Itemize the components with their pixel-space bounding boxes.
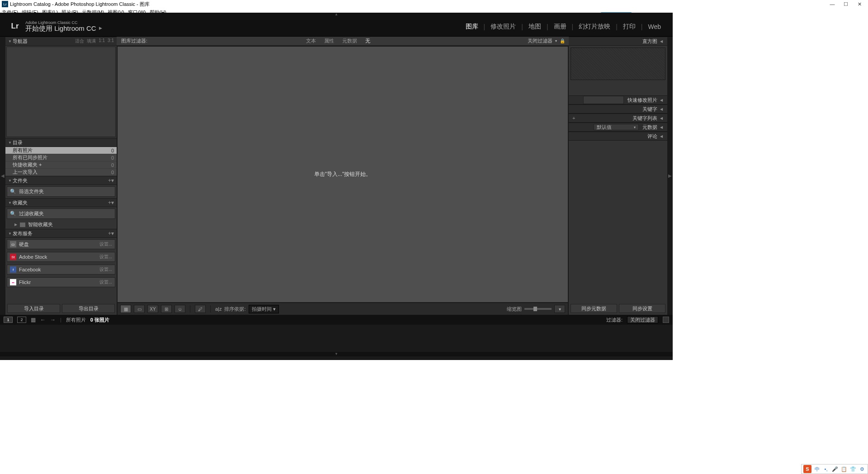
lightroom-logo[interactable]: Lr Adobe Lightroom Classic CC 开始使用 Light… xyxy=(9,20,102,32)
chevron-left-icon: ◀ xyxy=(660,98,665,102)
navigator-header[interactable]: ▼ 导航器 适合 填满 1:1 3:1 xyxy=(5,37,117,46)
app-icon: Lr xyxy=(2,1,8,7)
module-book[interactable]: 画册 xyxy=(548,16,572,37)
filter-attribute[interactable]: 属性 xyxy=(324,38,334,44)
grid-view-canvas[interactable]: 单击"导入..."按钮开始。 xyxy=(118,47,568,302)
adobestock-icon: St xyxy=(10,254,16,260)
left-panel-collapse[interactable]: ◀ xyxy=(0,37,5,315)
publish-header[interactable]: ▼ 发布服务 +▾ xyxy=(5,229,117,238)
filter-metadata[interactable]: 元数据 xyxy=(342,38,357,44)
top-panel-collapse[interactable]: ▲ xyxy=(0,13,673,16)
sort-direction-button[interactable]: a|z xyxy=(215,306,222,312)
people-view-button[interactable]: ☺ xyxy=(175,305,185,313)
thumbnail-size-slider[interactable] xyxy=(524,308,552,310)
empty-message: 单击"导入..."按钮开始。 xyxy=(314,171,372,178)
catalog-quick[interactable]: 快捷收藏夹 +0 xyxy=(5,161,117,169)
lock-icon[interactable]: 🔒 xyxy=(560,38,565,43)
collection-filter-input[interactable]: 🔍 过滤收藏夹 xyxy=(7,209,115,219)
comments-header[interactable]: 评论 ◀ xyxy=(569,132,667,141)
ime-sogou-icon[interactable]: S xyxy=(803,465,811,473)
chevron-right-icon: ▶ xyxy=(99,26,102,30)
add-collection-icon[interactable]: +▾ xyxy=(108,199,114,206)
filmstrip-count: 0 张照片 xyxy=(90,317,109,323)
keyword-list-header[interactable]: + 关键字列表 ◀ xyxy=(569,114,667,123)
sort-label: 排序依据: xyxy=(224,306,245,313)
sort-dropdown[interactable]: 拍摄时间 ▾ xyxy=(249,305,279,313)
import-catalog-button[interactable]: 导入目录 xyxy=(7,304,60,313)
collections-header[interactable]: ▼ 收藏夹 +▾ xyxy=(5,198,117,207)
add-publish-icon[interactable]: +▾ xyxy=(108,230,114,237)
flickr-icon: •• xyxy=(10,279,16,285)
catalog-all-photos[interactable]: 所有照片0 xyxy=(5,147,117,154)
publish-flickr[interactable]: ••Flickr设置... xyxy=(7,277,115,287)
minimize-button[interactable]: — xyxy=(826,1,839,7)
navigator-preview xyxy=(6,47,116,137)
ime-settings-icon[interactable]: ⚙ xyxy=(859,466,866,472)
keywords-header[interactable]: 关键字 ◀ xyxy=(569,104,667,114)
module-library[interactable]: 图库 xyxy=(460,16,484,37)
quick-develop-header[interactable]: 快速修改照片 ◀ xyxy=(569,95,667,104)
ime-toolbar[interactable]: S 中 •, 🎤 📋 👕 ⚙ xyxy=(801,464,868,474)
ime-skin-icon[interactable]: 👕 xyxy=(849,466,857,472)
histogram-header[interactable]: 直方图 ◀ xyxy=(569,37,667,46)
metadata-preset-dropdown[interactable]: 默认值▾ xyxy=(594,124,639,130)
ime-voice-icon[interactable]: 🎤 xyxy=(831,466,839,472)
survey-view-button[interactable]: ⊞ xyxy=(161,305,172,313)
bottom-panel-collapse[interactable]: ▼ xyxy=(0,352,673,356)
ime-keyboard-icon[interactable]: 📋 xyxy=(840,466,848,472)
smart-collections[interactable]: ▶ 智能收藏夹 xyxy=(5,220,117,229)
lr-logo-icon: Lr xyxy=(9,20,21,32)
catalog-header[interactable]: ▼ 目录 xyxy=(5,138,117,147)
sync-settings-button[interactable]: 同步设置 xyxy=(619,304,665,313)
grid-view-button[interactable]: ▦ xyxy=(120,305,131,313)
close-button[interactable]: ✕ xyxy=(853,1,866,7)
filmstrip-source[interactable]: 所有照片 xyxy=(66,317,86,323)
go-back-button[interactable]: ← xyxy=(40,317,46,323)
facebook-icon: f xyxy=(10,266,16,273)
painter-button[interactable]: 🖊 xyxy=(195,305,206,313)
toolbar-menu-button[interactable]: ▾ xyxy=(554,305,565,313)
module-map[interactable]: 地图 xyxy=(523,16,547,37)
sync-metadata-button[interactable]: 同步元数据 xyxy=(571,304,617,313)
metadata-header[interactable]: 默认值▾ 元数据 ◀ xyxy=(569,123,667,132)
chevron-left-icon: ◀ xyxy=(660,134,665,138)
filmstrip-filter-label: 过滤器: xyxy=(606,317,623,323)
quick-preset[interactable] xyxy=(583,96,624,104)
catalog-last-import[interactable]: 上一次导入0 xyxy=(5,169,117,176)
second-window-button[interactable]: 2 xyxy=(17,317,26,323)
module-web[interactable]: Web xyxy=(642,16,666,37)
ime-punct[interactable]: •, xyxy=(822,466,830,472)
grid-small-icon[interactable]: ▦ xyxy=(31,317,36,323)
catalog-synced[interactable]: 所有已同步照片0 xyxy=(5,154,117,161)
go-forward-button[interactable]: → xyxy=(50,317,56,323)
publish-harddisk[interactable]: ▭硬盘设置... xyxy=(7,239,115,249)
right-panel-collapse[interactable]: ▶ xyxy=(667,37,673,315)
folder-filter-input[interactable]: 🔍 筛选文件夹 xyxy=(7,186,115,197)
add-folder-icon[interactable]: +▾ xyxy=(108,177,114,184)
main-window-button[interactable]: 1 xyxy=(4,317,13,323)
ime-lang[interactable]: 中 xyxy=(813,466,821,473)
filter-switch-icon[interactable] xyxy=(663,317,669,323)
harddisk-icon: ▭ xyxy=(10,241,16,247)
module-develop[interactable]: 修改照片 xyxy=(485,16,521,37)
compare-view-button[interactable]: XY xyxy=(147,305,158,313)
right-panel: 直方图 ◀ 快速修改照片 ◀ 关键字 ◀ + 关键字列表 ◀ xyxy=(569,37,667,315)
center-area: 图库过滤器: 文本 属性 元数据 无 关闭过滤器 ▾ 🔒 单击"导入..."按钮… xyxy=(117,37,569,315)
filmstrip-info-bar: 1 2 ▦ ← → | 所有照片 0 张照片 过滤器: 关闭过滤器 xyxy=(0,315,673,325)
filter-preset-dropdown[interactable]: 关闭过滤器 xyxy=(528,38,552,44)
publish-facebook[interactable]: fFacebook设置... xyxy=(7,265,115,275)
loupe-view-button[interactable]: ▭ xyxy=(134,305,145,313)
filter-text[interactable]: 文本 xyxy=(306,38,316,44)
add-keyword-icon[interactable]: + xyxy=(572,115,575,121)
search-icon: 🔍 xyxy=(10,189,16,194)
filmstrip[interactable] xyxy=(0,325,673,352)
export-catalog-button[interactable]: 导出目录 xyxy=(62,304,115,313)
module-slideshow[interactable]: 幻灯片放映 xyxy=(573,16,616,37)
chevron-left-icon: ◀ xyxy=(660,125,665,129)
filmstrip-filter-dropdown[interactable]: 关闭过滤器 xyxy=(627,316,658,323)
publish-adobestock[interactable]: StAdobe Stock设置... xyxy=(7,252,115,262)
folders-header[interactable]: ▼ 文件夹 +▾ xyxy=(5,176,117,185)
filter-none[interactable]: 无 xyxy=(365,38,370,44)
module-print[interactable]: 打印 xyxy=(618,16,641,37)
maximize-button[interactable]: ☐ xyxy=(839,1,853,7)
